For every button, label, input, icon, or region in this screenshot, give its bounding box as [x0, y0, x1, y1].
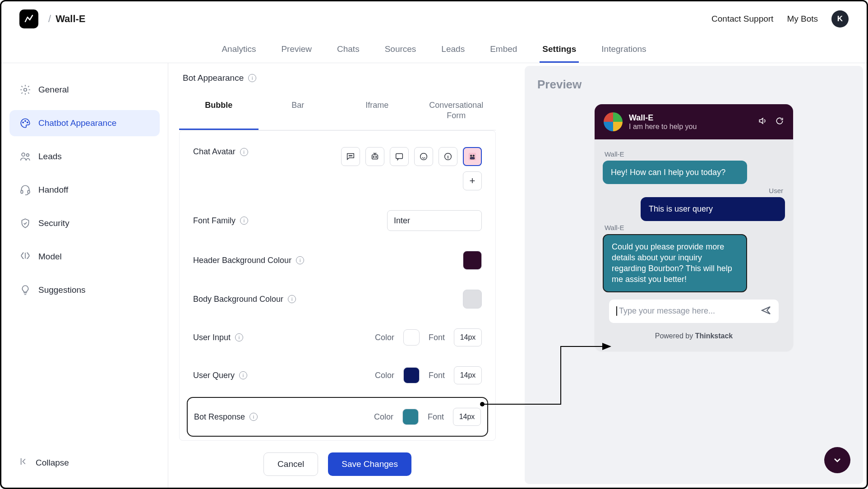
people-icon	[19, 151, 31, 162]
info-icon[interactable]: i	[240, 217, 248, 225]
sidebar-item-label: Handoff	[38, 185, 68, 195]
user-query-color-swatch[interactable]	[403, 367, 420, 383]
contact-support-link[interactable]: Contact Support	[711, 14, 773, 24]
sidebar-item-label: Security	[38, 218, 69, 228]
info-icon[interactable]: i	[296, 256, 304, 264]
avatar-option-support-icon[interactable]	[414, 147, 433, 166]
avatar-option-robot-icon[interactable]	[365, 147, 384, 166]
header-bg-color-swatch[interactable]	[463, 251, 482, 270]
sound-icon[interactable]	[758, 116, 767, 127]
font-label: Font	[428, 412, 444, 422]
avatar-option-add[interactable]: +	[463, 171, 482, 190]
settings-sidebar: General Chatbot Appearance Leads Handoff…	[1, 63, 168, 488]
sidebar-item-model[interactable]: Model	[9, 244, 160, 270]
collapse-sidebar-button[interactable]: Collapse	[9, 451, 160, 474]
subtab-iframe[interactable]: Iframe	[337, 93, 417, 130]
chat-header: Wall-E I am here to help you	[595, 104, 793, 139]
chat-input[interactable]: Type your message here...	[609, 300, 779, 323]
shield-icon	[19, 217, 31, 229]
svg-rect-6	[21, 190, 23, 194]
chat-widget: Wall-E I am here to help you Wall-E Hey!…	[595, 104, 793, 351]
preview-title: Preview	[537, 78, 850, 92]
refresh-icon[interactable]	[775, 116, 784, 127]
sidebar-item-label: Chatbot Appearance	[38, 118, 116, 128]
bubble-bot-followup: Could you please provide more details ab…	[603, 234, 747, 292]
chat-body: Wall-E Hey! How can I help you today? Us…	[595, 139, 793, 351]
avatar-option-message-icon[interactable]	[390, 147, 409, 166]
gear-icon	[19, 84, 31, 96]
body-bg-color-swatch[interactable]	[463, 290, 482, 309]
user-avatar[interactable]: K	[831, 10, 849, 28]
brain-icon	[19, 251, 31, 263]
svg-point-4	[22, 153, 25, 156]
tab-sources[interactable]: Sources	[382, 37, 419, 63]
sidebar-item-security[interactable]: Security	[9, 210, 160, 236]
avatar-option-custom-image[interactable]	[463, 147, 482, 166]
form-actions: Cancel Save Changes	[179, 441, 496, 485]
tab-embed[interactable]: Embed	[487, 37, 520, 63]
subtab-bar[interactable]: Bar	[259, 93, 338, 130]
svg-point-15	[420, 153, 427, 160]
avatar-options: +	[333, 147, 482, 190]
tab-analytics[interactable]: Analytics	[219, 37, 259, 63]
tab-settings[interactable]: Settings	[540, 37, 579, 63]
font-family-input[interactable]	[387, 210, 482, 231]
info-icon[interactable]: i	[249, 413, 258, 421]
avatar-option-info-icon[interactable]	[439, 147, 457, 166]
svg-point-13	[376, 157, 377, 157]
info-icon[interactable]: i	[288, 295, 296, 303]
main-area: General Chatbot Appearance Leads Handoff…	[1, 63, 867, 488]
svg-rect-20	[470, 157, 474, 159]
user-input-label: User Input	[193, 333, 231, 342]
row-user-input: User Input i Color Font 14px	[190, 318, 485, 356]
subtab-conversational-form[interactable]: Conversational Form	[417, 93, 496, 130]
appearance-subtabs: Bubble Bar Iframe Conversational Form	[179, 93, 496, 130]
sender-bot-2: Wall-E	[605, 224, 783, 231]
font-label: Font	[429, 371, 445, 380]
user-input-color-swatch[interactable]	[403, 329, 420, 346]
cancel-button[interactable]: Cancel	[263, 452, 318, 476]
info-icon[interactable]: i	[235, 333, 243, 341]
chat-input-placeholder: Type your message here...	[616, 306, 761, 316]
chat-avatar-label: Chat Avatar	[193, 147, 235, 157]
avatar-option-chat-icon[interactable]	[341, 147, 360, 166]
bot-response-font-size[interactable]: 14px	[453, 408, 481, 426]
palette-icon	[19, 117, 31, 129]
info-icon[interactable]: i	[248, 74, 256, 82]
sidebar-item-suggestions[interactable]: Suggestions	[9, 277, 160, 303]
tab-integrations[interactable]: Integrations	[599, 37, 649, 63]
bubble-user-query: This is user query	[641, 197, 785, 221]
sidebar-item-label: Model	[38, 252, 62, 262]
bulb-icon	[19, 284, 31, 296]
sidebar-item-leads[interactable]: Leads	[9, 143, 160, 170]
save-button[interactable]: Save Changes	[328, 452, 411, 476]
user-input-font-size[interactable]: 14px	[454, 328, 482, 346]
my-bots-link[interactable]: My Bots	[787, 14, 818, 24]
tab-leads[interactable]: Leads	[439, 37, 467, 63]
user-query-label: User Query	[193, 371, 235, 380]
headset-icon	[19, 184, 31, 196]
svg-point-18	[471, 155, 472, 157]
sidebar-item-chatbot-appearance[interactable]: Chatbot Appearance	[9, 110, 160, 136]
svg-point-19	[473, 155, 474, 157]
svg-point-3	[27, 122, 28, 123]
row-bot-response: Bot Response i Color Font 14px	[187, 397, 488, 437]
svg-point-2	[25, 120, 26, 121]
send-icon[interactable]	[761, 305, 771, 318]
user-query-font-size[interactable]: 14px	[454, 366, 482, 384]
tab-chats[interactable]: Chats	[334, 37, 362, 63]
sidebar-item-general[interactable]: General	[9, 77, 160, 103]
svg-point-1	[23, 122, 23, 123]
tab-preview[interactable]: Preview	[278, 37, 314, 63]
body-bg-label: Body Background Colour	[193, 295, 283, 304]
info-icon[interactable]: i	[239, 371, 247, 379]
app-logo[interactable]	[19, 9, 38, 28]
font-label: Font	[429, 333, 445, 342]
svg-point-8	[349, 155, 350, 156]
sender-bot: Wall-E	[605, 150, 783, 158]
chat-fab[interactable]	[824, 447, 850, 473]
info-icon[interactable]: i	[240, 148, 248, 156]
subtab-bubble[interactable]: Bubble	[179, 93, 259, 130]
sidebar-item-handoff[interactable]: Handoff	[9, 177, 160, 203]
bot-response-color-swatch[interactable]	[402, 409, 419, 425]
